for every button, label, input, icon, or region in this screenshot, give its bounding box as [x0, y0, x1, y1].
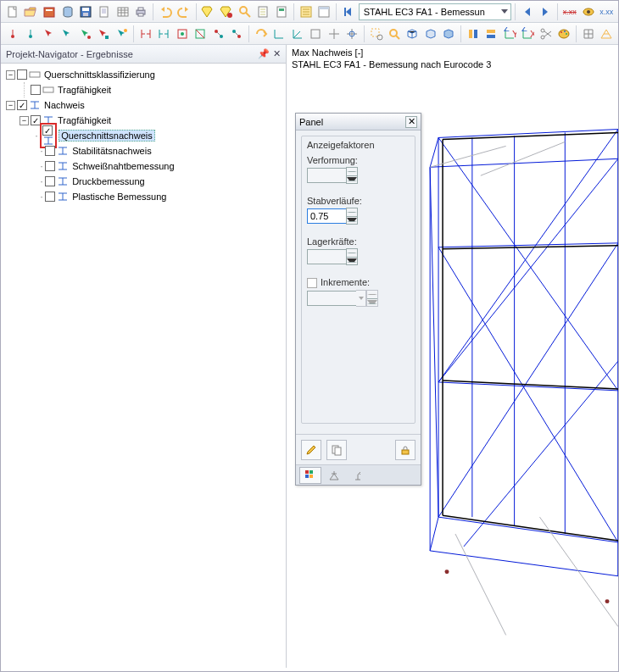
panel-header[interactable]: Panel ✕	[296, 114, 421, 131]
filter2-button[interactable]	[483, 25, 499, 42]
tree-checkbox[interactable]	[31, 85, 41, 95]
document-list-button[interactable]	[255, 3, 272, 20]
tree-item-plastisch[interactable]: Plastische Bemessung	[70, 192, 168, 202]
nav-prev-button[interactable]	[519, 3, 536, 20]
grid-toggle-button[interactable]	[580, 25, 596, 42]
tree-item-querschnitt[interactable]: Querschnittsklassifizierung	[42, 69, 157, 80]
spin-down-button[interactable]	[347, 258, 357, 265]
verformung-spinner[interactable]	[307, 167, 410, 184]
tree-checkbox[interactable]	[45, 176, 55, 186]
model-viewport[interactable]: Max Nachweis [-] STAHL EC3 FA1 - Bemessu…	[287, 45, 618, 668]
axis5-button[interactable]	[343, 25, 360, 42]
link1-button[interactable]	[137, 25, 153, 42]
tree-item-nachweis[interactable]: Nachweis	[42, 100, 86, 110]
table-button[interactable]	[114, 3, 131, 20]
zoom-window-button[interactable]	[368, 25, 384, 42]
xz-axis-button[interactable]: XZ	[520, 25, 536, 42]
panel-close-button[interactable]: ✕	[405, 116, 417, 128]
link6-button[interactable]	[229, 25, 245, 42]
wireframe-button[interactable]	[422, 25, 438, 42]
sel1-button[interactable]	[41, 25, 57, 42]
zoom-all-button[interactable]	[386, 25, 402, 42]
format-number-button[interactable]: x.xx	[561, 3, 578, 20]
cube-button[interactable]	[404, 25, 421, 42]
tree-checkbox[interactable]	[17, 100, 27, 110]
panel1-toggle-button[interactable]	[298, 3, 315, 20]
panel2-toggle-button[interactable]	[315, 3, 332, 20]
scissor-button[interactable]	[538, 25, 554, 42]
tab-scale[interactable]	[323, 467, 345, 484]
pin-icon[interactable]: 📌	[258, 48, 270, 59]
axis1-button[interactable]	[271, 25, 287, 42]
print-button[interactable]	[133, 3, 150, 20]
axis4-button[interactable]	[326, 25, 342, 42]
tree-checkbox[interactable]	[45, 192, 55, 202]
format-number2-button[interactable]: x.xx	[598, 3, 615, 20]
report-button[interactable]	[273, 3, 290, 20]
tree-checkbox[interactable]	[45, 146, 55, 156]
link4-button[interactable]	[192, 25, 209, 42]
module-combo-input[interactable]	[362, 6, 498, 18]
sel4-button[interactable]	[95, 25, 111, 42]
redo-button[interactable]	[176, 3, 192, 20]
lock-button[interactable]	[395, 440, 415, 460]
tree-item-druck[interactable]: Druckbemessung	[70, 176, 147, 186]
edit-button[interactable]	[301, 440, 321, 460]
yz-axis-button[interactable]: YZ	[501, 25, 517, 42]
pt-red-button[interactable]	[4, 25, 20, 42]
tree-item-schweissnaht[interactable]: Schweißnahtbemessung	[70, 161, 176, 171]
spin-up-button[interactable]	[347, 168, 357, 176]
filter1-button[interactable]	[465, 25, 481, 42]
spin-down-button[interactable]	[347, 176, 357, 184]
spin-down-button[interactable]	[347, 217, 357, 225]
calculate-button[interactable]	[200, 3, 217, 20]
tab-colors[interactable]	[299, 467, 321, 484]
module-combo[interactable]	[359, 3, 511, 20]
link2-button[interactable]	[156, 25, 172, 42]
copy-button[interactable]	[326, 440, 347, 460]
pt-teal-button[interactable]	[22, 25, 38, 42]
tree-item-tragfaehigkeit1[interactable]: Tragfähigkeit	[56, 85, 113, 95]
arrow-redo-button[interactable]	[253, 25, 269, 42]
eye-icon[interactable]	[580, 3, 597, 20]
tree-expand-toggle[interactable]: −	[20, 116, 29, 125]
tree-checkbox[interactable]	[17, 69, 27, 80]
stab-spinner[interactable]	[307, 208, 410, 225]
tree-expand-toggle[interactable]: −	[6, 70, 15, 80]
axis3-button[interactable]	[307, 25, 323, 42]
stab-input[interactable]	[307, 208, 346, 224]
database-button[interactable]	[59, 3, 76, 20]
spin-up-button[interactable]	[347, 249, 357, 258]
close-icon[interactable]: ✕	[273, 48, 281, 59]
new-file-button[interactable]	[4, 3, 21, 20]
sel2-button[interactable]	[59, 25, 75, 42]
link5-button[interactable]	[210, 25, 226, 42]
sel3-button[interactable]	[77, 25, 93, 42]
link3-button[interactable]	[174, 25, 190, 42]
document-button[interactable]	[96, 3, 113, 20]
tree-item-querschnittsnachweis[interactable]: Querschnittsnachweis	[59, 130, 155, 142]
palette-button[interactable]	[555, 25, 572, 42]
solid-button[interactable]	[441, 25, 457, 42]
lager-spinner[interactable]	[307, 248, 410, 265]
project-button[interactable]	[41, 3, 58, 20]
tree-expand-toggle[interactable]: −	[6, 101, 15, 110]
lager-input[interactable]	[307, 249, 346, 264]
tree-item-tragfaehigkeit2[interactable]: Tragfähigkeit	[56, 115, 113, 125]
undo-button[interactable]	[157, 3, 174, 20]
zoom-button[interactable]	[237, 3, 254, 20]
spin-up-button[interactable]	[347, 208, 357, 217]
analysis-button[interactable]	[218, 3, 235, 20]
tab-microscope[interactable]	[347, 467, 369, 484]
tree-checkbox[interactable]	[42, 125, 53, 136]
tree-item-stabilitaet[interactable]: Stabilitätsnachweis	[70, 146, 153, 156]
inkremente-checkbox[interactable]	[307, 278, 317, 288]
axis2-button[interactable]	[289, 25, 305, 42]
sel5-button[interactable]	[114, 25, 130, 42]
open-folder-button[interactable]	[23, 3, 40, 20]
nav-first-button[interactable]	[340, 3, 357, 20]
nav-next-button[interactable]	[537, 3, 554, 20]
perspective-button[interactable]	[598, 25, 614, 42]
verformung-input[interactable]	[307, 168, 346, 183]
save-button[interactable]	[78, 3, 95, 20]
